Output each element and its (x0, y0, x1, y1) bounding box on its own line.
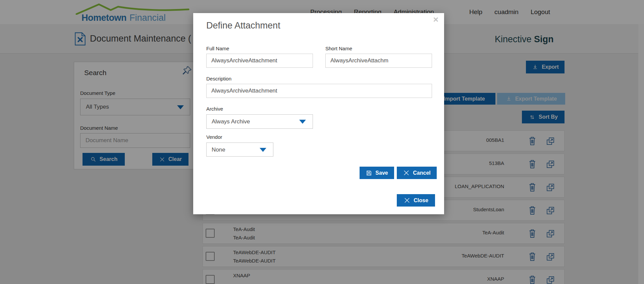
full-name-label: Full Name (206, 46, 229, 51)
archive-label: Archive (206, 106, 223, 112)
vendor-label: Vendor (206, 134, 222, 140)
archive-value: Always Archive (212, 118, 250, 125)
chevron-down-icon (260, 148, 266, 152)
app-canvas: HometownFinancial Processing Reporting A… (0, 0, 644, 284)
save-icon (366, 170, 372, 176)
description-input[interactable] (206, 84, 432, 98)
short-name-label: Short Name (325, 46, 352, 51)
archive-select[interactable]: Always Archive (206, 114, 313, 129)
define-attachment-modal: Define Attachment ✕ Full Name Short Name… (193, 13, 444, 214)
close-icon[interactable]: ✕ (433, 16, 439, 24)
close-button[interactable]: Close (397, 194, 435, 207)
full-name-input[interactable] (206, 54, 313, 68)
description-label: Description (206, 76, 231, 81)
close-icon (404, 197, 411, 204)
close-icon (403, 169, 410, 176)
save-button-label: Save (375, 170, 388, 176)
chevron-down-icon (299, 120, 306, 124)
cancel-button[interactable]: Cancel (397, 167, 437, 179)
save-button[interactable]: Save (360, 167, 394, 179)
cancel-button-label: Cancel (413, 170, 430, 176)
vendor-value: None (212, 147, 225, 153)
vendor-select[interactable]: None (206, 143, 273, 157)
close-button-label: Close (414, 197, 428, 204)
modal-title: Define Attachment (206, 20, 280, 31)
short-name-input[interactable] (325, 54, 432, 68)
